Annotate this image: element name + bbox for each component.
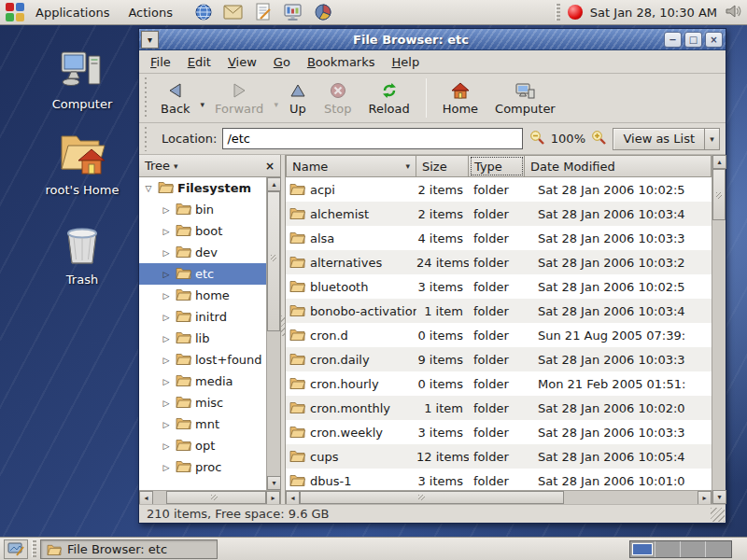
taskbar-handle[interactable] [32,540,36,557]
back-dropdown-chevron[interactable]: ▾ [199,87,207,109]
workspace-2[interactable] [655,541,681,557]
scroll-right-icon[interactable]: ▸ [266,491,280,505]
titlebar[interactable]: ▾ File Browser: etc − □ × [139,29,726,50]
column-header-date-modified[interactable]: Date Modified [525,155,712,177]
menu-file[interactable]: File [143,52,178,72]
tree-vertical-scrollbar[interactable]: ▴ ▾ [266,177,280,490]
menu-actions[interactable]: Actions [120,4,180,21]
clock[interactable]: Sat Jan 28, 10:30 AM [590,6,717,20]
scroll-down-icon[interactable]: ▾ [712,490,726,504]
file-row[interactable]: cron.weekly 3 items folder Sat 28 Jan 20… [286,420,712,444]
scroll-left-icon[interactable]: ◂ [139,491,153,505]
file-row[interactable]: bluetooth 3 items folder Sat 28 Jan 2006… [286,274,712,299]
side-pane-close-icon[interactable]: × [265,160,275,173]
scrollbar-thumb[interactable] [166,491,266,504]
expander-icon[interactable]: ▷ [161,291,172,301]
tree-item[interactable]: ▷ initrd [139,306,266,328]
tree-horizontal-scrollbar[interactable]: ◂ ▸ [139,490,280,504]
zoom-out-icon[interactable] [529,130,545,148]
menu-go[interactable]: Go [266,52,298,72]
menu-applications[interactable]: Applications [28,4,117,21]
expander-icon[interactable]: ▷ [161,463,172,472]
zoom-in-icon[interactable] [591,130,607,148]
back-button[interactable]: Back [152,77,199,119]
close-button[interactable]: × [705,32,723,48]
presentation-icon[interactable] [283,2,303,22]
menu-bookmarks[interactable]: Bookmarks [300,52,383,72]
up-button[interactable]: Up [280,77,316,119]
expander-icon[interactable]: ▷ [161,248,172,258]
tree-item[interactable]: ▷ media [139,371,266,392]
workspace-3[interactable] [681,541,706,557]
scrollbar-thumb[interactable] [267,191,280,331]
alert-notification-icon[interactable] [568,5,583,20]
expander-icon[interactable]: ▽ [143,184,154,193]
file-row[interactable]: bonobo-activation 1 item folder Sat 28 J… [286,299,712,323]
file-row[interactable]: cron.hourly 0 items folder Mon 21 Feb 20… [286,371,712,396]
file-row[interactable]: alternatives 24 items folder Sat 28 Jan … [286,250,712,274]
tree-item[interactable]: ▷ mnt [139,413,266,435]
tree-item[interactable]: ▷ etc [139,263,266,285]
file-row[interactable]: cron.d 0 items folder Sun 21 Aug 2005 07… [286,323,712,347]
word-processor-icon[interactable] [253,2,274,22]
file-row[interactable]: dbus-1 3 items folder Sat 28 Jan 2006 10… [286,469,712,490]
tree-item[interactable]: ▷ opt [139,435,266,456]
expander-icon[interactable]: ▷ [161,377,172,386]
web-browser-icon[interactable] [193,2,214,22]
toolbar-handle[interactable] [143,77,150,119]
list-vertical-scrollbar[interactable]: ▴ ▾ [712,155,726,504]
file-row[interactable]: cron.monthly 1 item folder Sat 28 Jan 20… [286,396,712,420]
desktop-icon-trash[interactable]: Trash [31,224,134,287]
menu-help[interactable]: Help [385,52,428,72]
window-menu-button[interactable]: ▾ [141,31,159,49]
column-header-type[interactable]: Type [469,155,525,177]
minimize-button[interactable]: − [664,32,682,48]
forward-button[interactable]: Forward [206,77,272,119]
expander-icon[interactable]: ▷ [161,356,172,365]
email-icon[interactable] [223,2,244,22]
desktop-icon-computer[interactable]: Computer [31,49,134,111]
file-row[interactable]: cron.daily 9 items folder Sat 28 Jan 200… [286,347,712,371]
view-mode-select[interactable]: View as List ▾ [613,128,720,150]
panel-handle[interactable] [556,4,560,21]
expander-icon[interactable]: ▷ [161,399,172,408]
tree-item[interactable]: ▷ proc [139,456,266,478]
file-row[interactable]: alsa 4 items folder Sat 28 Jan 2006 10:0… [286,226,712,250]
tree-item[interactable]: ▽ Filesystem [139,177,266,199]
menu-edit[interactable]: Edit [180,52,218,72]
tree-item[interactable]: ▷ home [139,285,266,306]
location-bar-handle[interactable] [143,127,150,151]
tree-item[interactable]: ▷ boot [139,220,266,242]
scrollbar-thumb[interactable] [712,169,726,220]
file-row[interactable]: cups 12 items folder Sat 28 Jan 2006 10:… [286,444,712,469]
scroll-left-icon[interactable]: ◂ [286,491,300,505]
main-menu-icon[interactable] [6,3,24,21]
computer-button[interactable]: Computer [486,77,564,119]
scroll-down-icon[interactable]: ▾ [267,476,281,490]
forward-dropdown-chevron[interactable]: ▾ [272,87,280,109]
tree-item[interactable]: ▷ lib [139,328,266,349]
expander-icon[interactable]: ▷ [161,313,172,322]
expander-icon[interactable]: ▷ [161,205,172,215]
location-input[interactable] [222,128,523,149]
resize-grip[interactable] [711,508,725,522]
tree-item[interactable]: ▷ dev [139,242,266,263]
reload-button[interactable]: Reload [359,77,417,119]
expander-icon[interactable]: ▷ [161,441,172,451]
list-horizontal-scrollbar[interactable]: ◂ ▸ [286,490,712,504]
task-button-file-browser[interactable]: File Browser: etc [40,539,218,559]
expander-icon[interactable]: ▷ [161,270,172,279]
file-row[interactable]: acpi 2 items folder Sat 28 Jan 2006 10:0… [286,177,712,202]
column-header-name[interactable]: Name ▾ [286,155,416,177]
volume-icon[interactable] [725,3,741,22]
menu-view[interactable]: View [220,52,264,72]
column-header-size[interactable]: Size [416,155,469,177]
expander-icon[interactable]: ▷ [161,334,172,343]
tree-item[interactable]: ▷ bin [139,199,266,220]
pane-splitter[interactable] [281,155,286,504]
tree-item[interactable]: ▷ misc [139,392,266,413]
spreadsheet-icon[interactable] [313,2,333,22]
side-pane-header[interactable]: Tree ▾ × [139,155,280,177]
scroll-right-icon[interactable]: ▸ [698,491,712,505]
workspace-1[interactable] [630,541,655,557]
